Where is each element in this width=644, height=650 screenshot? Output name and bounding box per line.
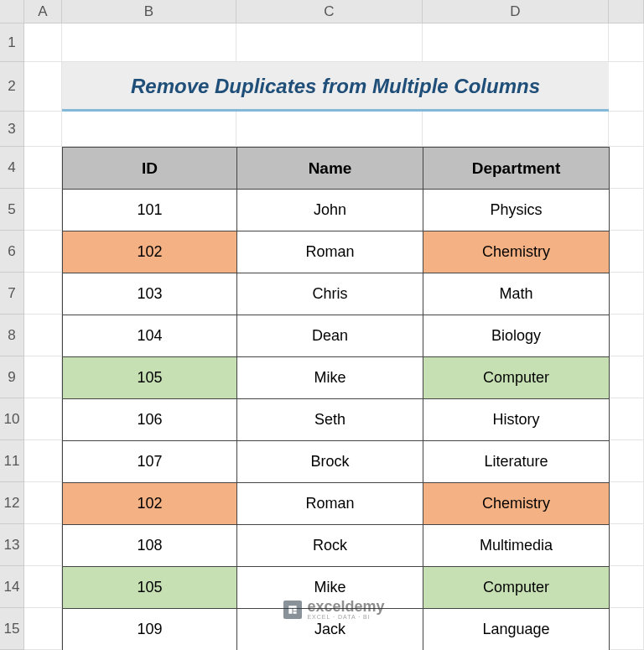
cell-dept[interactable]: Language (423, 609, 610, 651)
cell-id[interactable]: 101 (63, 190, 237, 231)
row-header[interactable]: 4 (0, 147, 24, 189)
table-row: 108RockMultimedia (63, 525, 610, 567)
table-row: 104DeanBiology (63, 315, 610, 357)
cell-dept[interactable]: Literature (423, 441, 610, 483)
cell-id[interactable]: 109 (63, 609, 237, 651)
cell-name[interactable]: Chris (237, 273, 423, 315)
cell-name[interactable]: Brock (237, 441, 423, 483)
table-row: 102RomanChemistry (63, 483, 610, 525)
cell-name[interactable]: Dean (237, 315, 423, 357)
cell-dept[interactable]: Physics (423, 190, 610, 231)
cell-name[interactable]: Mike (237, 567, 423, 609)
page-title-text: Remove Duplicates from Multiple Columns (131, 75, 540, 98)
row-header[interactable]: 5 (0, 189, 24, 231)
row-header[interactable]: 14 (0, 566, 24, 608)
cell-name[interactable]: Roman (237, 231, 423, 273)
row-header[interactable]: 12 (0, 482, 24, 524)
cell-id[interactable]: 104 (63, 315, 237, 357)
column-header[interactable]: D (423, 0, 609, 23)
table-header-dept: Department (423, 148, 610, 190)
table-row: 107BrockLiterature (63, 441, 610, 483)
column-header[interactable]: B (62, 0, 236, 23)
cell-dept[interactable]: Biology (423, 315, 610, 357)
page-title: Remove Duplicates from Multiple Columns (62, 62, 609, 112)
table-row: 101JohnPhysics (63, 190, 610, 231)
row-header[interactable]: 10 (0, 398, 24, 440)
column-header[interactable]: C (236, 0, 423, 23)
table-header-name: Name (237, 148, 423, 190)
row-headers: 123456789101112131415 (0, 23, 24, 650)
cell-id[interactable]: 102 (63, 483, 237, 525)
select-all-corner[interactable] (0, 0, 24, 23)
cell-dept[interactable]: History (423, 399, 610, 441)
cell-name[interactable]: Jack (237, 609, 423, 651)
table-header-id: ID (63, 148, 237, 190)
row-header[interactable]: 15 (0, 608, 24, 650)
cell-dept[interactable]: Math (423, 273, 610, 315)
cell-dept[interactable]: Chemistry (423, 483, 610, 525)
cell-id[interactable]: 108 (63, 525, 237, 567)
worksheet-area[interactable]: Remove Duplicates from Multiple Columns … (24, 23, 644, 650)
column-header[interactable] (609, 0, 644, 23)
table-row: 105MikeComputer (63, 357, 610, 399)
cell-id[interactable]: 107 (63, 441, 237, 483)
row-header[interactable]: 11 (0, 440, 24, 482)
table-row: 105MikeComputer (63, 567, 610, 609)
cell-id[interactable]: 106 (63, 399, 237, 441)
cell-name[interactable]: Mike (237, 357, 423, 399)
data-table: IDNameDepartment101JohnPhysics102RomanCh… (62, 147, 610, 650)
cell-dept[interactable]: Multimedia (423, 525, 610, 567)
cell-dept[interactable]: Computer (423, 567, 610, 609)
cell-id[interactable]: 103 (63, 273, 237, 315)
row-header[interactable]: 9 (0, 356, 24, 398)
row-header[interactable]: 8 (0, 315, 24, 356)
row-header[interactable]: 13 (0, 524, 24, 566)
cell-name[interactable]: Roman (237, 483, 423, 525)
table-row: 102RomanChemistry (63, 231, 610, 273)
cell-dept[interactable]: Chemistry (423, 231, 610, 273)
cell-name[interactable]: Seth (237, 399, 423, 441)
column-headers: ABCD (24, 0, 644, 23)
cell-name[interactable]: John (237, 190, 423, 231)
table-row: 106SethHistory (63, 399, 610, 441)
cell-id[interactable]: 105 (63, 567, 237, 609)
cell-name[interactable]: Rock (237, 525, 423, 567)
row-header[interactable]: 7 (0, 273, 24, 315)
cell-dept[interactable]: Computer (423, 357, 610, 399)
cell-id[interactable]: 105 (63, 357, 237, 399)
table-row: 103ChrisMath (63, 273, 610, 315)
row-header[interactable]: 3 (0, 112, 24, 147)
row-header[interactable]: 6 (0, 231, 24, 273)
row-header[interactable]: 1 (0, 23, 24, 62)
table-row: 109JackLanguage (63, 609, 610, 651)
column-header[interactable]: A (24, 0, 62, 23)
row-header[interactable]: 2 (0, 62, 24, 112)
cell-id[interactable]: 102 (63, 231, 237, 273)
